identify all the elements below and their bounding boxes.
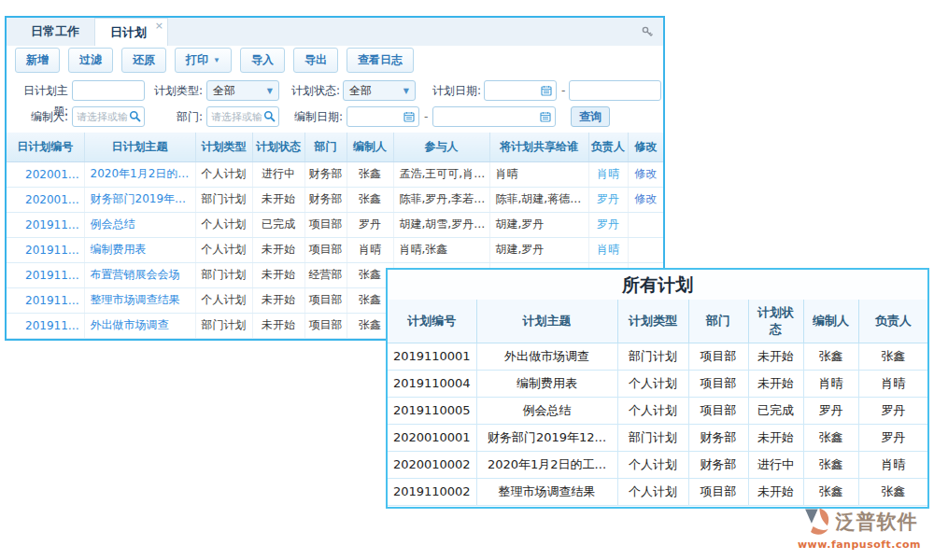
- cell: 编制费用表: [476, 370, 617, 397]
- owner-cell[interactable]: 罗丹: [588, 187, 628, 212]
- cell: 个人计划: [195, 212, 252, 237]
- table-row[interactable]: 2019110005例会总结个人计划项目部已完成罗丹罗丹: [388, 397, 927, 424]
- cell: 财务部: [304, 161, 347, 187]
- compile-date-label: 编制日期:: [287, 106, 343, 127]
- chevron-down-icon: ▼: [403, 87, 409, 95]
- cell: 未开始: [252, 287, 304, 313]
- owner-cell[interactable]: 肖晴: [588, 161, 628, 187]
- table-row[interactable]: 2020010001财务部门2019年12...部门计划财务部未开始张鑫罗丹: [388, 424, 927, 451]
- cell: 项目部: [688, 370, 748, 397]
- column-header: 计划类型: [617, 300, 688, 343]
- calendar-icon: [403, 111, 415, 122]
- cell: 罗丹: [347, 212, 393, 237]
- filter-button[interactable]: 过滤: [68, 48, 113, 73]
- compile-date-to-input[interactable]: [432, 106, 556, 127]
- key-icon[interactable]: [641, 25, 654, 38]
- cell: 未开始: [252, 262, 304, 287]
- date-range-separator: -: [561, 80, 565, 101]
- id-cell[interactable]: 2020010001: [7, 187, 84, 212]
- id-cell[interactable]: 2019110005: [7, 212, 84, 237]
- cell: 个人计划: [195, 287, 252, 313]
- modify-cell[interactable]: 修改: [628, 187, 663, 212]
- filter-form: 日计划主题: 计划类型: 全部 ▼ 计划状态: 全部 ▼ 计划日期: -: [7, 75, 663, 133]
- table-row[interactable]: 2019110004编制费用表个人计划项目部未开始肖晴肖晴: [388, 370, 927, 397]
- table-row[interactable]: 2019110004编制费用表个人计划未开始项目部肖晴肖晴,张鑫胡建,罗丹肖晴: [7, 237, 663, 262]
- all-plans-table: 计划编号计划主题计划类型部门计划状态编制人负责人 2019110001外出做市场…: [388, 300, 927, 506]
- column-header: 将计划共享给谁: [489, 133, 588, 161]
- status-select[interactable]: 全部 ▼: [343, 80, 416, 101]
- table-row[interactable]: 20200100022020年1月2日的工作日...个人计划进行中财务部张鑫孟浩…: [7, 161, 663, 187]
- cell: 财务部: [304, 187, 347, 212]
- table-row[interactable]: 2019110001外出做市场调查部门计划项目部未开始张鑫张鑫: [388, 343, 927, 370]
- print-dropdown-button[interactable]: 打印 ▼: [175, 48, 232, 73]
- modify-cell[interactable]: [628, 237, 663, 262]
- add-button[interactable]: 新增: [15, 48, 60, 73]
- restore-button[interactable]: 还原: [121, 48, 166, 73]
- id-cell[interactable]: 2019110003: [7, 262, 84, 287]
- cell: 项目部: [688, 397, 748, 424]
- modify-cell[interactable]: [628, 212, 663, 237]
- cell: 财务部: [688, 424, 748, 451]
- table-row[interactable]: 2019110002整理市场调查结果个人计划项目部未开始张鑫张鑫: [388, 478, 927, 505]
- cell: 2020010002: [388, 451, 476, 478]
- all-plans-window: 所有计划 计划编号计划主题计划类型部门计划状态编制人负责人 2019110001…: [386, 268, 929, 509]
- cell: 部门计划: [617, 424, 688, 451]
- close-icon[interactable]: ×: [155, 20, 163, 32]
- share-cell: 胡建,罗丹: [489, 237, 588, 262]
- compiler-input[interactable]: [72, 106, 145, 127]
- export-button[interactable]: 导出: [293, 48, 338, 73]
- table-row[interactable]: 20200100022020年1月2日的工...个人计划财务部进行中张鑫肖晴: [388, 451, 927, 478]
- cell: 部门计划: [195, 187, 252, 212]
- column-header: 负责人: [588, 133, 628, 161]
- plan-date-to-input[interactable]: [569, 80, 661, 101]
- compile-date-from-input[interactable]: [347, 106, 419, 127]
- import-button[interactable]: 导入: [240, 48, 285, 73]
- owner-cell[interactable]: 肖晴: [588, 237, 628, 262]
- cell: 个人计划: [195, 161, 252, 187]
- cell: 张鑫: [347, 187, 393, 212]
- tab-bar: 日常工作 日计划 ×: [7, 18, 663, 46]
- cell: 项目部: [304, 313, 347, 338]
- subject-cell[interactable]: 整理市场调查结果: [84, 287, 195, 313]
- owner-cell[interactable]: 罗丹: [588, 212, 628, 237]
- subject-cell[interactable]: 布置营销展会会场: [84, 262, 195, 287]
- id-cell[interactable]: 2019110001: [7, 313, 84, 338]
- part-cell: 肖晴,张鑫: [393, 237, 489, 262]
- id-cell[interactable]: 2019110004: [7, 237, 84, 262]
- logo-url: www.fanpusoft.com: [798, 539, 921, 551]
- plan-date-from-input[interactable]: [484, 80, 557, 101]
- date-range-separator: -: [424, 106, 428, 127]
- cell: 未开始: [748, 478, 803, 505]
- subject-cell[interactable]: 2020年1月2日的工作日...: [84, 161, 195, 187]
- type-select[interactable]: 全部 ▼: [206, 80, 279, 101]
- cell: 进行中: [252, 161, 304, 187]
- compiler-combo: [72, 106, 145, 127]
- chevron-down-icon: ▼: [267, 87, 273, 95]
- share-cell: 陈菲,胡建,蒋德帆,...: [489, 187, 588, 212]
- cell: 张鑫: [347, 161, 393, 187]
- id-cell[interactable]: 2020010002: [7, 161, 84, 187]
- subject-cell[interactable]: 财务部门2019年12月的...: [84, 187, 195, 212]
- dept-input[interactable]: [206, 106, 279, 127]
- modify-cell[interactable]: 修改: [628, 161, 663, 187]
- tab-daily-plan[interactable]: 日计划 ×: [94, 18, 168, 46]
- view-log-button[interactable]: 查看日志: [347, 48, 414, 73]
- query-button[interactable]: 查询: [571, 106, 610, 127]
- cell: 已完成: [252, 212, 304, 237]
- id-cell[interactable]: 2019110002: [7, 287, 84, 313]
- table-row[interactable]: 2020010001财务部门2019年12月的...部门计划未开始财务部张鑫陈菲…: [7, 187, 663, 212]
- tab-daily-work[interactable]: 日常工作: [16, 18, 94, 46]
- subject-cell[interactable]: 例会总结: [84, 212, 195, 237]
- column-header: 计划状态: [252, 133, 304, 161]
- type-select-value: 全部: [213, 83, 235, 99]
- cell: 张鑫: [803, 343, 858, 370]
- cell: 部门计划: [617, 343, 688, 370]
- compiler-label: 编制人:: [10, 106, 68, 127]
- table-row[interactable]: 2019110005例会总结个人计划已完成项目部罗丹胡建,胡雪,罗丹,任晓...…: [7, 212, 663, 237]
- dept-label: 部门:: [152, 106, 203, 127]
- cell: 部门计划: [195, 262, 252, 287]
- subject-cell[interactable]: 外出做市场调查: [84, 313, 195, 338]
- subject-cell[interactable]: 编制费用表: [84, 237, 195, 262]
- subject-input[interactable]: [72, 80, 145, 101]
- column-header: 编制人: [803, 300, 858, 343]
